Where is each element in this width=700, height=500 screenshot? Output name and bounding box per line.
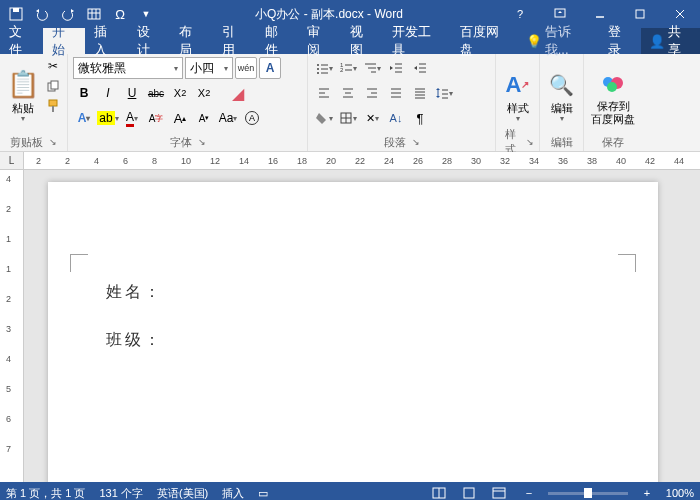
baidu-cloud-icon [599,66,627,100]
cut-icon[interactable]: ✂ [44,57,62,75]
distribute-icon[interactable] [409,82,431,104]
show-marks-icon[interactable]: ¶ [409,107,431,129]
shading-icon[interactable]: ▾ [313,107,335,129]
read-mode-icon[interactable] [428,484,450,500]
svg-rect-1 [13,8,19,12]
tab-references[interactable]: 引用 [213,28,256,54]
format-painter-icon[interactable] [44,97,62,115]
clear-format-icon[interactable]: ◢ [227,82,249,104]
svg-point-19 [317,72,319,74]
paste-button[interactable]: 📋 粘贴 ▾ [5,57,41,134]
styles-icon: A↗ [506,68,530,102]
login-button[interactable]: 登录 [599,28,642,54]
asian-layout-icon[interactable]: ✕▾ [361,107,383,129]
status-extra-icon[interactable]: ▭ [258,487,268,500]
svg-rect-2 [88,9,100,19]
zoom-level[interactable]: 100% [666,487,694,499]
highlight-icon[interactable]: ab▾ [97,107,119,129]
page: 姓名： 班级： [48,182,658,482]
bold-button[interactable]: B [73,82,95,104]
editing-button[interactable]: 🔍 编辑 ▾ [545,57,578,134]
multilevel-list-icon[interactable]: ▾ [361,57,383,79]
tab-mail[interactable]: 邮件 [256,28,299,54]
enclose-char-icon[interactable]: A [241,107,263,129]
font-color-icon[interactable]: A▾ [121,107,143,129]
zoom-slider[interactable] [548,492,628,495]
tab-view[interactable]: 视图 [341,28,384,54]
status-words[interactable]: 131 个字 [99,486,142,501]
font-size-select[interactable]: 小四▾ [185,57,233,79]
clipboard-launcher-icon[interactable]: ↘ [49,137,57,147]
vertical-ruler[interactable]: 4211234567 [0,170,24,482]
svg-text:2: 2 [340,67,344,73]
svg-rect-63 [493,488,505,498]
char-shading-icon[interactable]: A字 [145,107,167,129]
grow-font-icon[interactable]: A▴ [169,107,191,129]
svg-rect-62 [464,488,474,498]
strikethrough-button[interactable]: abc [145,82,167,104]
styles-button[interactable]: A↗ 样式 ▾ [501,57,534,134]
svg-rect-13 [49,100,57,106]
increase-indent-icon[interactable] [409,57,431,79]
baidu-group-label: 保存 [602,135,624,150]
tab-review[interactable]: 审阅 [298,28,341,54]
shrink-font-icon[interactable]: A▾ [193,107,215,129]
align-center-icon[interactable] [337,82,359,104]
tab-selector[interactable]: L [0,152,24,170]
margin-mark-tl [70,254,88,272]
superscript-button[interactable]: X2 [193,82,215,104]
zoom-out-button[interactable]: − [518,484,540,500]
status-page[interactable]: 第 1 页，共 1 页 [6,486,85,501]
numbering-icon[interactable]: 12▾ [337,57,359,79]
find-icon: 🔍 [549,68,574,102]
line-spacing-icon[interactable]: ▾ [433,82,455,104]
align-right-icon[interactable] [361,82,383,104]
tab-file[interactable]: 文件 [0,28,43,54]
undo-icon[interactable] [30,2,54,26]
clipboard-icon: 📋 [7,68,39,102]
editing-group-label: 编辑 [551,135,573,150]
tab-baidu[interactable]: 百度网盘 [451,28,518,54]
doc-line-2[interactable]: 班级： [106,330,163,351]
tab-layout[interactable]: 布局 [170,28,213,54]
document-canvas[interactable]: 姓名： 班级： [24,170,700,482]
phonetic-guide-icon[interactable]: wén [235,57,257,79]
svg-point-59 [607,82,617,92]
char-border-icon[interactable]: A [259,57,281,79]
borders-icon[interactable]: ▾ [337,107,359,129]
text-effects-icon[interactable]: A▾ [73,107,95,129]
share-button[interactable]: 👤共享 [641,28,700,54]
web-layout-icon[interactable] [488,484,510,500]
tab-home[interactable]: 开始 [43,28,86,54]
align-left-icon[interactable] [313,82,335,104]
styles-launcher-icon[interactable]: ↘ [526,137,534,147]
decrease-indent-icon[interactable] [385,57,407,79]
horizontal-ruler[interactable]: 2246810121416182022242628303234363840424… [24,152,700,170]
font-name-select[interactable]: 微软雅黑▾ [73,57,183,79]
justify-icon[interactable] [385,82,407,104]
copy-icon[interactable] [44,77,62,95]
clipboard-group-label: 剪贴板 [10,135,43,150]
change-case-icon[interactable]: Aa▾ [217,107,239,129]
svg-rect-12 [51,81,58,89]
svg-rect-8 [636,10,644,18]
sort-icon[interactable]: A↓ [385,107,407,129]
margin-mark-tr [618,254,636,272]
italic-button[interactable]: I [97,82,119,104]
tab-devtools[interactable]: 开发工具 [383,28,450,54]
font-launcher-icon[interactable]: ↘ [198,137,206,147]
status-mode[interactable]: 插入 [222,486,244,501]
status-lang[interactable]: 英语(美国) [157,486,208,501]
bullets-icon[interactable]: ▾ [313,57,335,79]
tab-design[interactable]: 设计 [128,28,171,54]
bulb-icon: 💡 [526,34,542,49]
underline-button[interactable]: U [121,82,143,104]
paragraph-launcher-icon[interactable]: ↘ [412,137,420,147]
zoom-in-button[interactable]: + [636,484,658,500]
doc-line-1[interactable]: 姓名： [106,282,163,303]
tab-insert[interactable]: 插入 [85,28,128,54]
subscript-button[interactable]: X2 [169,82,191,104]
svg-point-15 [317,64,319,66]
print-layout-icon[interactable] [458,484,480,500]
baidu-save-button[interactable]: 保存到百度网盘 [589,57,637,134]
